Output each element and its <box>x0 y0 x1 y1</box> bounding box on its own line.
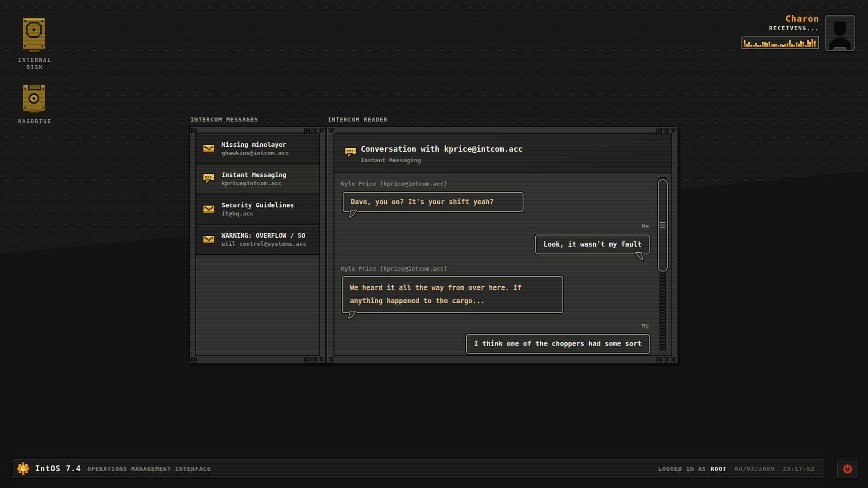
message-address: kprice@intcom.acc <box>222 180 286 187</box>
signal-meter-bar <box>746 44 748 47</box>
message-title: Missing minelayer <box>222 141 289 148</box>
signal-meter-bar <box>778 45 779 47</box>
desktop-icon-internal-disk[interactable]: INTERNAL DISK <box>14 16 55 71</box>
bubble-tail-icon <box>348 210 358 218</box>
window-screw-icon <box>656 357 662 362</box>
os-subtitle: OPERATIONS MANAGEMENT INTERFACE <box>87 465 211 472</box>
intercom-reader-window: INTERCOM READER Conversation <box>326 126 679 364</box>
window-screw-icon <box>311 128 317 133</box>
chat-bubble: Look, it wasn't my fault <box>535 235 650 254</box>
signal-meter-bar <box>782 45 784 47</box>
chat-icon <box>203 173 216 185</box>
window-screw-icon <box>304 357 310 362</box>
window-screw-icon <box>329 357 334 362</box>
signal-meter-bar <box>764 42 766 47</box>
chat-area: Kyle Price [kprice@intcom.acc] Dave, you… <box>334 172 671 355</box>
window-screw-icon <box>664 128 669 133</box>
signal-meter-bar <box>807 40 809 47</box>
desktop-icon-label: INTERNAL DISK <box>18 56 52 71</box>
message-list-item[interactable]: Missing minelayerghawkins@intcom.acc <box>196 134 319 164</box>
signal-meter-bar <box>780 44 782 47</box>
conversation-subtitle: Instant Messaging <box>361 157 421 164</box>
magdrive-disk-icon <box>21 82 48 116</box>
message-title: Security Guidelines <box>222 202 294 209</box>
message-list: Missing minelayerghawkins@intcom.accInst… <box>195 133 320 356</box>
message-address: it@hq.acc <box>222 210 294 217</box>
message-list-item[interactable]: Instant Messagingkprice@intcom.acc <box>196 164 319 195</box>
signal-meter <box>741 36 819 49</box>
window-screw-icon <box>656 128 662 133</box>
window-title: INTERCOM READER <box>328 116 387 123</box>
signal-meter-bar <box>811 39 813 47</box>
envelope-icon <box>203 234 216 245</box>
comms-status: RECEIVING... <box>769 25 819 32</box>
window-screw-icon <box>671 357 676 362</box>
chat-sender-label: Kyle Price [kprice@intcom.acc] <box>341 265 447 272</box>
message-title: WARNING: OVERFLOW / SO <box>222 232 307 239</box>
window-screw-icon <box>329 128 334 133</box>
portrait-stand <box>832 47 848 50</box>
caller-portrait <box>825 15 855 51</box>
person-silhouette-icon <box>826 16 854 50</box>
chat-sender-label: Me <box>642 223 649 230</box>
signal-meter-bar <box>757 45 759 47</box>
signal-meter-bar <box>784 44 786 47</box>
signal-meter-bar <box>793 45 795 47</box>
taskbar: IntOS 7.4 OPERATIONS MANAGEMENT INTERFAC… <box>11 458 826 479</box>
signal-meter-bar <box>753 45 755 47</box>
scrollbar-grip-icon <box>660 222 665 228</box>
signal-meter-bar <box>796 42 797 47</box>
signal-meter-bar <box>748 42 750 47</box>
window-screw-icon <box>304 128 310 133</box>
window-screw-icon <box>671 128 676 133</box>
signal-meter-bar <box>750 45 752 47</box>
window-screw-icon <box>191 128 197 133</box>
reader-panel: Conversation with kprice@intcom.acc Inst… <box>333 133 672 356</box>
signal-meter-bar <box>791 44 793 47</box>
os-name: IntOS 7.4 <box>35 464 81 473</box>
intos-logo-icon <box>16 462 30 475</box>
message-title: Instant Messaging <box>222 171 286 178</box>
signal-meter-bar <box>766 43 768 47</box>
chat-bubble-icon <box>344 147 358 160</box>
window-screw-icon <box>311 357 317 362</box>
system-date: 08/02/2089 <box>735 465 774 472</box>
desktop-icon-label: MAGDRIVE <box>18 118 52 125</box>
window-screw-icon <box>319 357 324 362</box>
signal-meter-bar <box>805 45 807 47</box>
chat-bubble: I think one of the choppers had some sor… <box>466 334 650 354</box>
signal-meter-bar <box>809 42 811 47</box>
signal-meter-bar <box>744 40 745 47</box>
chat-scrollbar[interactable] <box>658 177 668 351</box>
power-button[interactable] <box>836 458 859 479</box>
signal-meter-bar <box>773 44 775 47</box>
window-title: INTERCOM MESSAGES <box>190 116 258 123</box>
message-list-item[interactable]: Security Guidelinesit@hq.acc <box>196 195 319 225</box>
comms-panel: Charon RECEIVING... <box>741 14 855 51</box>
message-list-item[interactable]: WARNING: OVERFLOW / SOutil_control@syste… <box>196 225 319 255</box>
chat-sender-label: Kyle Price [kprice@intcom.acc] <box>341 180 447 187</box>
login-status-label: LOGGED IN AS <box>658 465 706 472</box>
system-time: 23:17:52 <box>783 465 815 472</box>
signal-meter-bar <box>789 40 791 47</box>
envelope-icon <box>203 204 216 215</box>
envelope-icon <box>203 143 216 154</box>
scrollbar-thumb[interactable] <box>658 179 668 272</box>
caller-name: Charon <box>785 14 819 23</box>
signal-meter-bar <box>787 43 788 47</box>
hard-disk-icon <box>21 16 48 54</box>
desktop-icon-magdrive[interactable]: MAGDRIVE <box>14 82 55 125</box>
signal-meter-bar <box>755 43 757 47</box>
conversation-title: Conversation with kprice@intcom.acc <box>361 145 523 154</box>
signal-meter-bar <box>814 41 816 47</box>
power-icon <box>843 464 853 474</box>
login-user: ROOT <box>711 465 726 472</box>
signal-meter-bar <box>798 44 800 47</box>
chat-bubble: Dave, you on? It's your shift yeah? <box>343 192 524 212</box>
signal-meter-bar <box>760 45 761 47</box>
signal-meter-bar <box>771 44 773 47</box>
signal-meter-bar <box>775 44 777 47</box>
signal-meter-bar <box>802 42 804 47</box>
signal-meter-bar <box>769 42 770 47</box>
bubble-tail-icon <box>634 252 644 260</box>
